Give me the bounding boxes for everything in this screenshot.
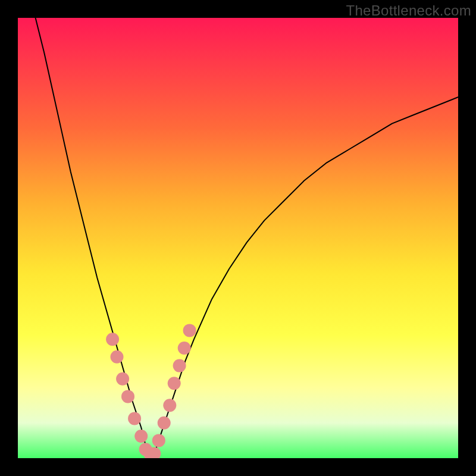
chart-frame: TheBottleneck.com xyxy=(0,0,476,476)
curve-marker xyxy=(158,416,171,430)
curve-marker xyxy=(163,399,176,412)
curve-marker xyxy=(152,434,165,447)
curve-marker xyxy=(111,350,124,364)
watermark-text: TheBottleneck.com xyxy=(346,2,471,19)
chart-svg xyxy=(18,18,458,458)
curve-marker xyxy=(178,342,191,355)
curve-marker xyxy=(128,412,141,425)
curve-marker xyxy=(173,359,186,372)
curve-marker xyxy=(183,324,196,337)
plot-area xyxy=(18,18,458,458)
curve-marker xyxy=(134,430,148,443)
curve-marker xyxy=(116,372,129,386)
curve-marker xyxy=(121,390,134,403)
bottleneck-curve xyxy=(36,18,458,454)
curve-marker xyxy=(168,377,181,390)
curve-marker xyxy=(106,333,119,346)
